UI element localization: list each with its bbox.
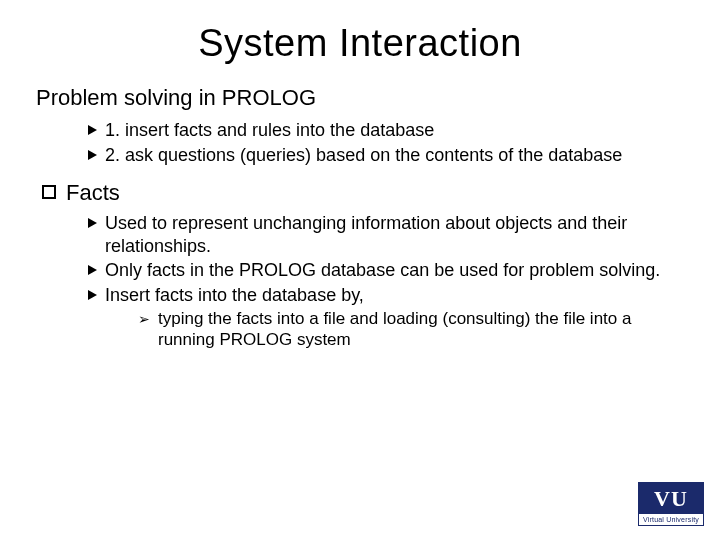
triangle-bullet-icon — [88, 218, 97, 228]
logo-sub-text: Virtual University — [639, 514, 703, 525]
list-item: Insert facts into the database by, — [88, 284, 684, 307]
list-item: Only facts in the PROLOG database can be… — [88, 259, 684, 282]
square-bullet-icon — [42, 185, 56, 199]
triangle-bullet-icon — [88, 290, 97, 300]
slide-content: Problem solving in PROLOG 1. insert fact… — [0, 65, 720, 351]
sub-list-item: ➢ typing the facts into a file and loadi… — [138, 308, 684, 351]
section1-heading: Problem solving in PROLOG — [36, 85, 684, 111]
slide: System Interaction Problem solving in PR… — [0, 0, 720, 540]
vu-logo: VU Virtual University — [638, 482, 704, 526]
bullet-text: 1. insert facts and rules into the datab… — [105, 119, 434, 142]
triangle-bullet-icon — [88, 125, 97, 135]
list-item: 2. ask questions (queries) based on the … — [88, 144, 684, 167]
list-item: 1. insert facts and rules into the datab… — [88, 119, 684, 142]
triangle-bullet-icon — [88, 265, 97, 275]
subbullet-text: typing the facts into a file and loading… — [158, 308, 684, 351]
bullet-text: 2. ask questions (queries) based on the … — [105, 144, 622, 167]
bullet-text: Only facts in the PROLOG database can be… — [105, 259, 660, 282]
logo-main-text: VU — [639, 483, 703, 514]
section2-heading: Facts — [66, 180, 120, 206]
triangle-bullet-icon — [88, 150, 97, 160]
slide-title: System Interaction — [0, 0, 720, 65]
bullet-text: Used to represent unchanging information… — [105, 212, 684, 257]
chevron-bullet-icon: ➢ — [138, 311, 150, 327]
section2-heading-row: Facts — [36, 180, 684, 206]
bullet-text: Insert facts into the database by, — [105, 284, 364, 307]
list-item: Used to represent unchanging information… — [88, 212, 684, 257]
